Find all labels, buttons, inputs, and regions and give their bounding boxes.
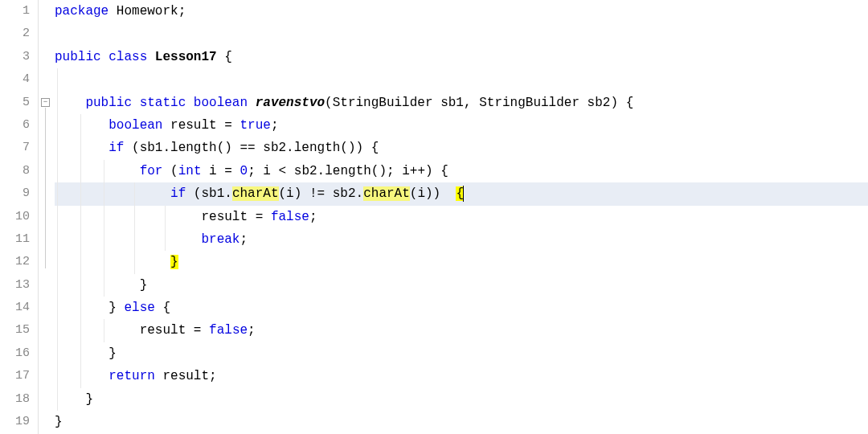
- var: result: [140, 323, 186, 338]
- line-number-gutter: 1 2 3 4 5 6 7 8 9 10 11 12 13 14 15 16 1…: [0, 0, 39, 434]
- paren: (: [325, 96, 333, 110]
- code-line[interactable]: [55, 23, 868, 45]
- keyword-public: public: [55, 50, 101, 64]
- code-line[interactable]: break;: [55, 228, 868, 251]
- code-line[interactable]: if (sb1.length() == sb2.length()) {: [55, 137, 868, 159]
- literal-true: true: [240, 118, 270, 133]
- class-name: Lesson17: [155, 50, 217, 64]
- dot: .: [317, 164, 326, 178]
- var: sb2: [294, 164, 317, 178]
- line-number: 17: [0, 365, 30, 387]
- line-number: 3: [0, 46, 30, 68]
- operator: =: [256, 210, 264, 224]
- var: result: [201, 210, 248, 224]
- var: sb1: [201, 186, 224, 201]
- code-line[interactable]: public static boolean ravenstvo(StringBu…: [55, 92, 868, 114]
- code-line[interactable]: result = false;: [55, 319, 868, 342]
- brace: {: [440, 164, 448, 178]
- line-number: 10: [0, 206, 30, 228]
- brace: }: [108, 301, 117, 315]
- literal-false: false: [271, 210, 309, 224]
- code-line[interactable]: }: [55, 342, 868, 365]
- line-number: 11: [0, 228, 30, 251]
- fold-guide-line: [45, 108, 46, 268]
- param: sb1: [440, 96, 464, 110]
- method-call-highlighted: charAt: [232, 186, 279, 201]
- var: sb1: [140, 141, 163, 155]
- fold-column: −: [39, 0, 55, 434]
- paren: ): [433, 186, 441, 201]
- text-cursor: [463, 186, 464, 202]
- paren: ): [425, 186, 433, 201]
- fold-toggle-icon[interactable]: −: [41, 98, 50, 107]
- method-call: length: [170, 141, 217, 155]
- keyword-public: public: [85, 96, 132, 110]
- brace: {: [371, 141, 379, 155]
- var: sb2: [333, 186, 356, 201]
- line-number: 1: [0, 0, 30, 23]
- code-line[interactable]: public class Lesson17 {: [55, 46, 868, 68]
- line-number: 18: [0, 388, 30, 411]
- code-line[interactable]: package Homework;: [55, 0, 868, 23]
- brace: }: [85, 392, 93, 407]
- line-number: 9: [0, 182, 30, 205]
- var: i: [417, 186, 425, 201]
- var: result: [162, 369, 209, 383]
- line-number: 6: [0, 114, 30, 137]
- semicolon: ;: [309, 210, 317, 224]
- paren: ): [610, 96, 618, 110]
- param: sb2: [588, 96, 611, 110]
- code-editor[interactable]: package Homework; public class Lesson17 …: [55, 0, 868, 434]
- operator: !=: [309, 186, 325, 201]
- var: i: [286, 186, 294, 201]
- dot: .: [162, 141, 170, 155]
- keyword-static: static: [140, 96, 186, 110]
- paren: ): [356, 141, 364, 155]
- semicolon: ;: [387, 164, 395, 178]
- var: sb2: [263, 141, 286, 155]
- brace: {: [224, 50, 232, 64]
- code-line-active[interactable]: if (sb1.charAt(i) != sb2.charAt(i)) {: [55, 182, 868, 205]
- brace: }: [108, 346, 117, 361]
- var: i: [402, 164, 410, 178]
- keyword-class: class: [108, 50, 147, 64]
- code-line[interactable]: [55, 68, 868, 91]
- brace: {: [162, 301, 170, 315]
- code-line[interactable]: for (int i = 0; i < sb2.length(); i++) {: [55, 160, 868, 182]
- code-line[interactable]: }: [55, 411, 868, 433]
- code-line[interactable]: } else {: [55, 297, 868, 319]
- type: StringBuilder: [333, 96, 433, 110]
- brace-matched: }: [170, 255, 178, 269]
- var: i: [209, 164, 217, 178]
- semicolon: ;: [178, 4, 186, 18]
- dot: .: [224, 186, 232, 201]
- keyword-boolean: boolean: [108, 118, 162, 133]
- line-number: 2: [0, 23, 30, 45]
- code-line[interactable]: }: [55, 251, 868, 273]
- line-number: 15: [0, 319, 30, 342]
- code-line[interactable]: result = false;: [55, 206, 868, 228]
- literal-false: false: [209, 323, 248, 338]
- line-number: 13: [0, 274, 30, 297]
- paren: (: [132, 141, 140, 155]
- method-call: length: [325, 164, 371, 178]
- semicolon: ;: [248, 164, 256, 178]
- line-number: 16: [0, 342, 30, 365]
- brace: }: [140, 278, 148, 293]
- semicolon: ;: [209, 369, 217, 383]
- code-line[interactable]: }: [55, 388, 868, 411]
- code-line[interactable]: }: [55, 274, 868, 297]
- keyword-else: else: [124, 301, 154, 315]
- var: i: [263, 164, 271, 178]
- keyword-if: if: [170, 186, 186, 201]
- line-number: 8: [0, 160, 30, 182]
- line-number: 7: [0, 137, 30, 159]
- parens: (): [217, 141, 232, 155]
- method-call-highlighted: charAt: [363, 186, 410, 201]
- operator: =: [224, 118, 232, 133]
- brace: {: [626, 96, 634, 110]
- keyword-break: break: [201, 232, 240, 247]
- code-line[interactable]: boolean result = true;: [55, 114, 868, 137]
- type-int: int: [178, 164, 202, 178]
- code-line[interactable]: return result;: [55, 365, 868, 387]
